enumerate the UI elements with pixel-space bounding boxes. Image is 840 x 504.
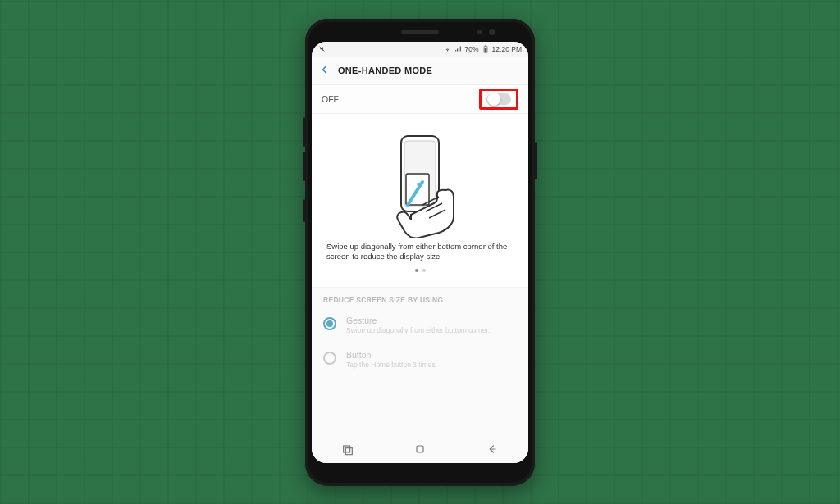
page-title: ONE-HANDED MODE <box>338 66 432 75</box>
mute-icon <box>318 45 326 52</box>
nav-back[interactable] <box>486 443 499 459</box>
pager-dot-1[interactable] <box>422 269 426 272</box>
section-header: REDUCE SCREEN SIZE BY USING <box>312 287 528 309</box>
option-button-subtitle: Tap the Home button 3 times. <box>346 361 437 369</box>
svg-rect-2 <box>484 48 486 52</box>
annotation-highlight-box <box>479 89 518 110</box>
status-bar: 70% 12:20 PM <box>312 42 528 57</box>
proximity-sensor <box>477 30 482 34</box>
svg-rect-7 <box>345 447 352 454</box>
option-button-row[interactable]: Button Tap the Home button 3 times. <box>312 343 528 377</box>
phone-device-frame: 70% 12:20 PM ONE-HANDED MODE OFF <box>305 19 535 486</box>
battery-percent-label: 70% <box>465 45 479 53</box>
illustration-caption: Swipe up diagonally from either bottom c… <box>323 242 517 263</box>
toggle-state-label: OFF <box>322 94 339 104</box>
radio-button[interactable] <box>323 352 336 365</box>
pager-dot-0[interactable] <box>415 269 418 272</box>
volume-down-button <box>303 152 305 181</box>
pager-dots <box>323 262 517 282</box>
radio-gesture[interactable] <box>323 317 336 330</box>
one-handed-mode-toggle[interactable] <box>486 93 511 105</box>
clock-label: 12:20 PM <box>492 45 522 53</box>
illustration-card: Swipe up diagonally from either bottom c… <box>312 114 528 288</box>
battery-icon <box>482 45 489 53</box>
page-background: 70% 12:20 PM ONE-HANDED MODE OFF <box>0 0 840 504</box>
earpiece <box>401 30 439 34</box>
wifi-icon <box>444 45 451 52</box>
app-bar: ONE-HANDED MODE <box>312 57 528 85</box>
front-camera <box>489 29 495 35</box>
master-toggle-row[interactable]: OFF <box>312 85 528 114</box>
system-nav-bar <box>312 438 528 463</box>
signal-icon <box>454 45 462 52</box>
power-button <box>535 142 537 179</box>
svg-rect-8 <box>417 446 423 452</box>
toggle-knob <box>487 93 500 106</box>
option-gesture-subtitle: Swipe up diagonally from either bottom c… <box>346 326 490 334</box>
nav-recents[interactable] <box>341 443 354 459</box>
home-icon <box>413 443 427 456</box>
option-gesture-row[interactable]: Gesture Swipe up diagonally from either … <box>312 309 528 343</box>
svg-rect-6 <box>344 446 350 452</box>
nav-home[interactable] <box>413 443 427 459</box>
back-icon <box>486 443 499 456</box>
back-button[interactable] <box>320 63 330 78</box>
recents-icon <box>341 443 354 456</box>
svg-rect-1 <box>485 45 486 46</box>
gesture-illustration <box>323 127 517 242</box>
volume-up-button <box>303 117 305 147</box>
option-gesture-title: Gesture <box>346 316 490 325</box>
phone-screen: 70% 12:20 PM ONE-HANDED MODE OFF <box>312 42 528 463</box>
option-button-title: Button <box>346 350 437 360</box>
bixby-button <box>303 199 305 222</box>
chevron-left-icon <box>320 65 330 75</box>
screen-content: 70% 12:20 PM ONE-HANDED MODE OFF <box>312 42 528 438</box>
